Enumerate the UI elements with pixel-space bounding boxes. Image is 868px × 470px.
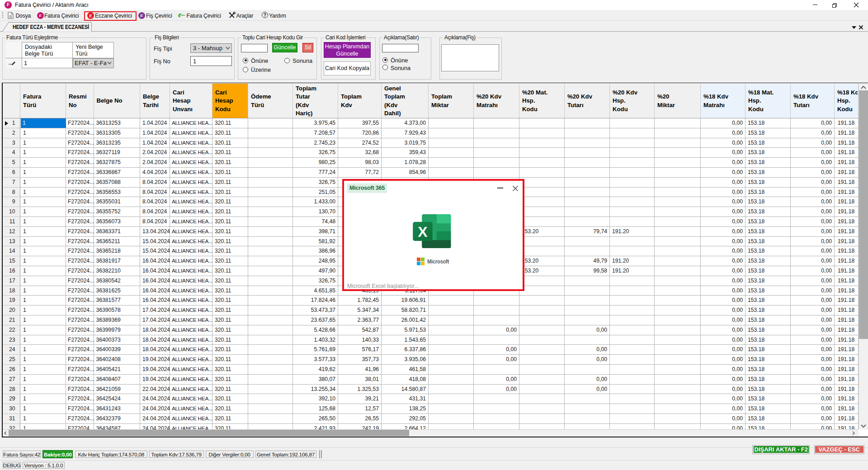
svg-text:X: X — [418, 224, 428, 240]
